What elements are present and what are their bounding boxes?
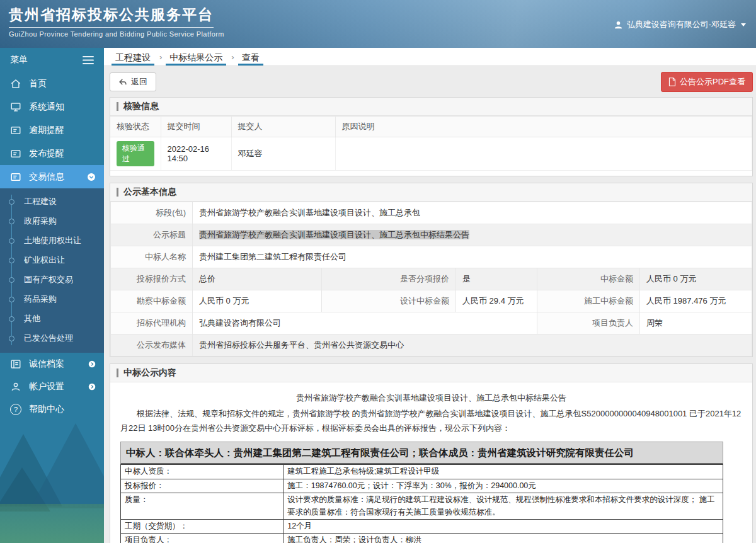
sidebar-item-publish-reminder[interactable]: 发布提醒 (0, 142, 104, 165)
column-header: 提交时间 (161, 117, 231, 137)
sidebar-item-label: 发布提醒 (29, 148, 64, 159)
chevron-right-icon (88, 382, 96, 391)
field-label: 招标代理机构 (111, 312, 193, 334)
sidebar-item-label: 帐户设置 (29, 381, 64, 392)
verify-panel: 核验信息 核验状态 提交时间 提交人 原因说明 核验通过 2022-02-16 … (110, 97, 753, 176)
sidebar-item-label: 首页 (29, 78, 47, 89)
sidebar-item-help-center[interactable]: 帮助中心 (0, 398, 104, 421)
user-icon (614, 20, 623, 30)
home-icon (10, 78, 21, 89)
field-value: 人民币 29.4 万元 (456, 290, 537, 312)
field-label: 中标人名称 (111, 246, 193, 268)
column-header: 原因说明 (335, 117, 752, 137)
table-row: 公示发布媒体 贵州省招标投标公共服务平台、贵州省公共资源交易中心 (111, 334, 752, 357)
basic-info-title: 公示基本信息 (123, 186, 176, 198)
verify-table: 核验状态 提交时间 提交人 原因说明 核验通过 2022-02-16 14:50… (110, 116, 752, 171)
breadcrumb-separator: › (227, 48, 238, 66)
table-row: 标段(包) 贵州省旅游学校产教融合实训基地建设项目设计、施工总承包 (111, 202, 752, 224)
sidebar-subitem-gov-procurement[interactable]: 政府采购 (0, 211, 104, 231)
table-row: 中标人名称 贵州建工集团第二建筑工程有限责任公司 (111, 246, 752, 268)
detail-label: 质量： (121, 493, 284, 520)
sidebar-item-label: 诚信档案 (29, 358, 64, 370)
app-title: 贵州省招标投标公共服务平台 (9, 5, 214, 28)
field-value: 人民币 0 万元 (193, 290, 322, 312)
sidebar-item-notifications[interactable]: 系统通知 (0, 95, 104, 118)
monitor-icon (10, 101, 21, 113)
table-row: 工期（交货期）： 12个月 (121, 519, 723, 533)
back-icon (118, 78, 127, 86)
table-row: 中标人资质： 建筑工程施工总承包特级;建筑工程设计甲级 (121, 465, 723, 479)
breadcrumb-engineering[interactable]: 工程建设 (112, 48, 154, 66)
brand: 贵州省招标投标公共服务平台 GuiZhou Province Tendering… (9, 5, 224, 38)
sidebar-item-trade-info[interactable]: 交易信息 (0, 165, 104, 188)
sidebar-item-label: 系统通知 (29, 101, 64, 113)
detail-label: 中标人资质： (121, 465, 284, 479)
breadcrumb-bid-result[interactable]: 中标结果公示 (166, 48, 226, 66)
user-menu[interactable]: 弘典建设咨询有限公司-邓廷容 (614, 19, 746, 30)
pdf-file-icon (668, 77, 676, 86)
main-content: 工程建设 › 中标结果公示 › 查看 返回 公告公示PDF查看 (104, 48, 756, 543)
caret-down-icon (741, 23, 746, 26)
sidebar-item-credit-archive[interactable]: 诚信档案 (0, 353, 104, 375)
chevron-down-icon (86, 172, 96, 182)
submit-time: 2022-02-16 14:50 (161, 137, 231, 171)
card-icon (10, 125, 21, 136)
field-value: 弘典建设咨询有限公司 (193, 312, 537, 334)
section-accent-bar (117, 188, 118, 197)
sidebar-landscape-art (0, 408, 104, 543)
field-value-highlighted: 贵州省旅游学校产教融合实训基地建设项目设计、施工总承包中标结果公告 (199, 230, 469, 239)
sidebar-subitem-state-property[interactable]: 国有产权交易 (0, 270, 104, 289)
field-value: 是 (456, 268, 537, 290)
column-header: 核验状态 (110, 117, 161, 137)
award-notice-content: 贵州省旅游学校产教融合实训基地建设项目设计、施工总承包中标结果公告 根据法律、法… (110, 382, 752, 543)
menu-label: 菜单 (10, 54, 28, 66)
sidebar-subitem-published-notices[interactable]: 已发公告处理 (0, 328, 104, 348)
reason (335, 137, 752, 171)
table-row: 投标报价： 施工：19874760.00元；设计：下浮率为：30%，报价为：29… (121, 479, 723, 493)
sidebar-subitem-engineering[interactable]: 工程建设 (0, 191, 104, 211)
detail-value: 12个月 (284, 519, 723, 533)
sidebar-subitem-other[interactable]: 其他 (0, 309, 104, 328)
field-value: 总价 (193, 268, 322, 290)
field-label: 是否分项报价 (322, 268, 456, 290)
app-header: 贵州省招标投标公共服务平台 GuiZhou Province Tendering… (0, 0, 756, 48)
back-button[interactable]: 返回 (110, 72, 156, 91)
detail-value: 设计要求的质量标准：满足现行的建筑工程建设标准、设计规范、规程强制性标准要求和本… (284, 493, 723, 520)
breadcrumb-view[interactable]: 查看 (238, 48, 263, 66)
toolbar: 返回 公告公示PDF查看 (104, 66, 756, 97)
verify-section-title: 核验信息 (123, 101, 159, 112)
field-value: 周荣 (640, 312, 752, 334)
field-label: 中标金额 (537, 268, 640, 290)
sidebar-item-label: 逾期提醒 (29, 125, 64, 136)
app-subtitle: GuiZhou Province Tendering and Bidding P… (9, 30, 224, 38)
field-label: 勘察中标金额 (111, 290, 193, 312)
sidebar-subitem-mining-rights[interactable]: 矿业权出让 (0, 250, 104, 270)
detail-label: 投标报价： (121, 479, 284, 493)
submitter: 邓廷容 (231, 137, 335, 171)
list-icon (10, 358, 21, 370)
sidebar-item-label: 帮助中心 (29, 404, 64, 415)
hamburger-icon[interactable] (83, 56, 94, 64)
table-row: 质量： 设计要求的质量标准：满足现行的建筑工程建设标准、设计规范、规程强制性标准… (121, 493, 723, 520)
pdf-view-button[interactable]: 公告公示PDF查看 (661, 72, 753, 92)
breadcrumb-separator: › (156, 48, 166, 66)
sidebar-subitem-pharma[interactable]: 药品采购 (0, 289, 104, 309)
sidebar-item-overdue-reminder[interactable]: 逾期提醒 (0, 118, 104, 142)
table-row: 投标报价方式 总价 是否分项报价 是 中标金额 人民币 0 万元 (111, 268, 752, 290)
sidebar-subitem-land-use[interactable]: 土地使用权出让 (0, 231, 104, 250)
sidebar-submenu: 工程建设 政府采购 土地使用权出让 矿业权出让 国有产权交易 药品采购 其他 已… (0, 188, 104, 353)
table-row: 勘察中标金额 人民币 0 万元 设计中标金额 人民币 29.4 万元 施工中标金… (111, 290, 752, 312)
field-value: 人民币 0 万元 (640, 268, 752, 290)
sidebar-item-account-settings[interactable]: 帐户设置 (0, 375, 104, 398)
column-header: 提交人 (231, 117, 335, 137)
card-icon (10, 171, 21, 183)
user-name: 弘典建设咨询有限公司-邓廷容 (627, 19, 736, 30)
field-label: 公示发布媒体 (111, 334, 193, 357)
field-label: 公示标题 (111, 224, 193, 246)
notice-title: 贵州省旅游学校产教融合实训基地建设项目设计、施工总承包中标结果公告 (120, 391, 742, 406)
sidebar-item-home[interactable]: 首页 (0, 72, 104, 95)
field-label: 标段(包) (111, 202, 193, 224)
table-row: 招标代理机构 弘典建设咨询有限公司 项目负责人 周荣 (111, 312, 752, 334)
field-label: 投标报价方式 (111, 268, 193, 290)
verify-data-row: 核验通过 2022-02-16 14:50 邓廷容 (110, 137, 752, 171)
